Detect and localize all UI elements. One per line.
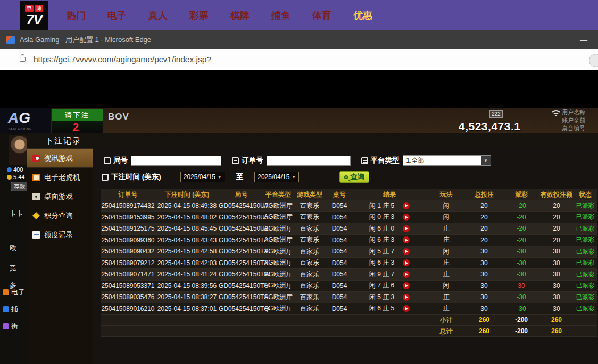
result-text: 闲 5 庄 3 <box>369 293 394 302</box>
payout-cell: 30 <box>503 282 540 290</box>
menu-item-label: 视讯游戏 <box>44 154 73 163</box>
result-text: 闲 5 庄 7 <box>369 247 394 256</box>
platform-cell: AG欧洲厅 <box>264 304 293 313</box>
menu-item-points-query[interactable]: 积分查询 <box>27 206 93 225</box>
magnifier-icon <box>344 175 348 179</box>
date-from-select[interactable]: 2025/04/15 ▼ <box>180 172 225 182</box>
balance-amount: 4,523,473.1 <box>459 120 520 133</box>
play-cell: 闲 <box>427 281 466 290</box>
search-button[interactable]: 查询 <box>339 171 369 183</box>
menu-item-quota-records[interactable]: 额度记录 <box>27 225 93 244</box>
date-from-arrow: ▼ <box>218 175 222 180</box>
column-header: 桌号 <box>327 190 352 199</box>
play-cell: 庄 <box>427 304 466 313</box>
nav-item-fishing[interactable]: 捕鱼 <box>271 9 291 22</box>
replay-button[interactable] <box>403 214 410 221</box>
play-cell: 闲 <box>427 247 466 256</box>
search-button-label: 查询 <box>350 172 364 182</box>
nav-item-live[interactable]: 真人 <box>148 9 168 22</box>
nav-item-sports[interactable]: 体育 <box>312 9 332 22</box>
valid-bet-cell: 30 <box>540 282 573 290</box>
replay-button[interactable] <box>403 294 410 301</box>
play-cell: 庄 <box>427 224 466 233</box>
date-to-select[interactable]: 2025/04/15 ▼ <box>254 172 299 182</box>
order-label: 订单号 <box>242 156 263 165</box>
game-cell: 百家乐 <box>293 247 327 256</box>
table-row: 2504150890162102025-04-15 08:37:01GD0542… <box>101 303 597 315</box>
lock-icon <box>20 57 26 62</box>
platform-select[interactable]: 1.全部 ▼ <box>403 155 491 166</box>
table-row: 2504150890714712025-04-15 08:41:24GD0542… <box>101 269 597 281</box>
column-header: 局号 <box>219 190 264 199</box>
time-cell: 2025-04-15 08:42:03 <box>155 259 219 267</box>
payout-cell: -30 <box>503 305 540 312</box>
date-to-value: 2025/04/15 <box>258 173 289 181</box>
wifi-icon <box>550 110 562 120</box>
round-cell: GD054254150U5 <box>219 214 264 221</box>
table-video-thumb[interactable]: 请下注 2 <box>52 109 103 133</box>
nav-item-promo[interactable]: 优惠 <box>353 9 373 22</box>
brand-logo[interactable]: 申 博 7V <box>20 1 48 30</box>
replay-button[interactable] <box>403 282 410 289</box>
site-top-nav: 申 博 7V 热门 电子 真人 彩票 棋牌 捕鱼 体育 优惠 <box>0 0 598 30</box>
replay-button[interactable] <box>403 202 410 209</box>
side-item-slots[interactable]: 电子 <box>10 287 25 297</box>
table-cell: D054 <box>327 293 352 301</box>
replay-button[interactable] <box>403 271 410 278</box>
result-cell: 闲 7 庄 6 <box>352 281 427 290</box>
lobby-background: AG ASIA GAMING 请下注 2 BOV 222 4,523,473.1… <box>0 108 598 133</box>
nav-item-hot[interactable]: 热门 <box>66 9 86 22</box>
replay-button[interactable] <box>403 305 410 312</box>
deposit-button[interactable]: 存款 <box>11 182 29 191</box>
filter-row-2: 下注时间 (美东) 2025/04/15 ▼ 至 2025/04/15 ▼ <box>102 171 369 183</box>
menu-item-label: 积分查询 <box>44 211 73 221</box>
bet-cell: 30 <box>466 305 503 312</box>
valid-bet-cell: 30 <box>540 305 573 312</box>
address-input[interactable] <box>34 55 523 64</box>
table-row: 2504150890792122025-04-15 08:42:03GD0542… <box>101 258 597 269</box>
status-cell: 已派彩 <box>573 259 597 267</box>
date-to-arrow: ▼ <box>292 175 296 180</box>
status-cell: 已派彩 <box>573 304 597 312</box>
to-label: 至 <box>236 172 244 182</box>
replay-button[interactable] <box>403 225 410 232</box>
side-item-label: 街 <box>11 321 18 331</box>
round-input[interactable] <box>131 156 221 166</box>
side-item-arcade[interactable]: 街 <box>10 321 18 331</box>
please-bet-badge: 请下注 <box>52 109 103 121</box>
game-page: AG ASIA GAMING 请下注 2 BOV 222 4,523,473.1… <box>0 70 598 364</box>
column-header: 总投注 <box>466 190 503 199</box>
side-item-kaka[interactable]: 卡卡 <box>10 209 23 218</box>
side-item-jing[interactable]: 竞 <box>10 264 16 273</box>
replay-button[interactable] <box>403 236 410 243</box>
menu-item-video-games[interactable]: 视讯游戏 <box>27 149 93 168</box>
replay-button[interactable] <box>403 259 410 266</box>
game-cell: 百家乐 <box>293 304 327 313</box>
valid-bet-cell: 20 <box>540 214 573 221</box>
menu-item-slot-machines[interactable]: 电子老虎机 <box>27 168 93 187</box>
round-cell: GD054254150TU <box>219 282 264 290</box>
username-label: 用户名称 <box>562 108 597 116</box>
minimize-button[interactable]: — <box>572 30 595 49</box>
replay-button[interactable] <box>403 248 410 255</box>
browser-profile-icon[interactable] <box>589 54 598 67</box>
order-input[interactable] <box>267 156 351 166</box>
ag-logo-subtext: ASIA GAMING <box>9 127 32 130</box>
result-text: 闲 6 庄 3 <box>369 235 394 244</box>
game-cell: 百家乐 <box>293 224 327 233</box>
platform-cell: AG欧洲厅 <box>264 213 293 222</box>
bet-cell: 30 <box>466 248 503 255</box>
table-cell: D054 <box>327 214 352 221</box>
bet-cell: 30 <box>466 259 503 267</box>
side-item-fishing[interactable]: 捕 <box>10 304 18 314</box>
table-row: 2504150890354762025-04-15 08:38:27GD0542… <box>101 292 597 303</box>
nav-item-lottery[interactable]: 彩票 <box>189 9 209 22</box>
nav-item-slots[interactable]: 电子 <box>107 9 127 22</box>
menu-item-label: 桌面游戏 <box>44 192 73 201</box>
order-icon <box>232 157 239 164</box>
payout-cell: -20 <box>503 225 540 232</box>
column-header: 平台类型 <box>264 190 293 199</box>
nav-item-cards[interactable]: 棋牌 <box>230 9 250 22</box>
side-item-europe[interactable]: 欧 <box>10 243 16 253</box>
menu-item-table-games[interactable]: 桌面游戏 <box>27 187 93 206</box>
